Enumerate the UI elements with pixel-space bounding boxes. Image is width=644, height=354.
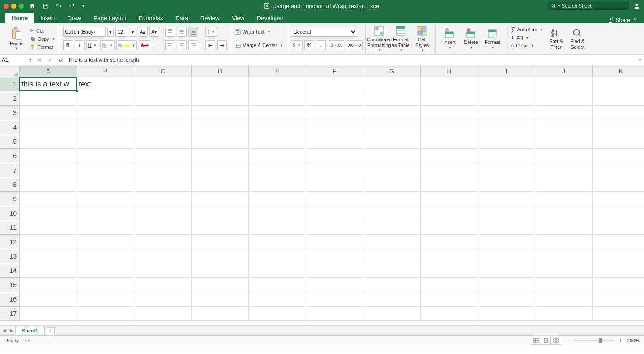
cell-G7[interactable]: [363, 163, 421, 177]
cell-B13[interactable]: [77, 249, 134, 263]
col-header-C[interactable]: C: [134, 65, 192, 77]
save-icon[interactable]: [43, 3, 48, 9]
cell-I17[interactable]: [478, 307, 535, 321]
font-name-dd[interactable]: ▾: [107, 27, 114, 37]
cell-A16[interactable]: [20, 292, 77, 307]
row-header-6[interactable]: 6: [0, 149, 20, 163]
italic-button[interactable]: I: [75, 40, 85, 50]
cell-E11[interactable]: [249, 220, 306, 235]
cell-B17[interactable]: [77, 307, 134, 321]
cell-K6[interactable]: [593, 149, 644, 163]
cell-C11[interactable]: [134, 220, 192, 235]
cell-D9[interactable]: [192, 192, 249, 206]
underline-button[interactable]: U▼: [86, 40, 99, 50]
col-header-A[interactable]: A: [20, 65, 77, 77]
cell-A3[interactable]: [20, 106, 77, 120]
cell-J14[interactable]: [535, 263, 593, 278]
cell-J16[interactable]: [535, 292, 593, 307]
sheet-nav-next-icon[interactable]: ▶: [10, 328, 13, 333]
autosum-button[interactable]: ∑AutoSum▼: [509, 25, 545, 34]
row-header-1[interactable]: 1: [0, 77, 20, 91]
name-box-stepper[interactable]: ▲▼: [27, 57, 34, 63]
cell-B1[interactable]: text: [77, 77, 134, 91]
cell-J2[interactable]: [535, 91, 593, 106]
cell-H17[interactable]: [421, 307, 478, 321]
cell-J3[interactable]: [535, 106, 593, 120]
cell-A1[interactable]: this is a text w: [20, 77, 77, 91]
row-header-3[interactable]: 3: [0, 106, 20, 120]
cell-C16[interactable]: [134, 292, 192, 307]
cell-F12[interactable]: [306, 235, 363, 249]
cell-H14[interactable]: [421, 263, 478, 278]
cell-K4[interactable]: [593, 120, 644, 134]
tab-insert[interactable]: Insert: [34, 13, 61, 23]
cell-I2[interactable]: [478, 91, 535, 106]
font-size-dd[interactable]: ▾: [130, 27, 136, 37]
align-middle-button[interactable]: [177, 27, 187, 37]
find-select-button[interactable]: Find & Select: [567, 25, 588, 53]
redo-icon[interactable]: [69, 3, 75, 9]
user-icon[interactable]: [633, 2, 640, 9]
view-page-layout-button[interactable]: [541, 337, 551, 344]
cell-H7[interactable]: [421, 163, 478, 177]
zoom-out-button[interactable]: −: [566, 337, 569, 344]
cell-H10[interactable]: [421, 206, 478, 220]
select-all-corner[interactable]: [0, 65, 20, 77]
align-right-button[interactable]: [188, 40, 198, 50]
cell-F11[interactable]: [306, 220, 363, 235]
cell-F10[interactable]: [306, 206, 363, 220]
cell-F6[interactable]: [306, 149, 363, 163]
cell-C12[interactable]: [134, 235, 192, 249]
cell-styles-button[interactable]: Cell Styles▼: [411, 25, 433, 53]
cell-E5[interactable]: [249, 134, 306, 149]
cell-E2[interactable]: [249, 91, 306, 106]
cell-G1[interactable]: [363, 77, 421, 91]
cell-E12[interactable]: [249, 235, 306, 249]
collapse-ribbon-icon[interactable]: ^: [634, 17, 636, 23]
tab-home[interactable]: Home: [5, 13, 34, 23]
cell-I6[interactable]: [478, 149, 535, 163]
cell-H2[interactable]: [421, 91, 478, 106]
cancel-formula-icon[interactable]: ✕: [34, 57, 45, 63]
number-format-select[interactable]: General: [291, 27, 357, 37]
row-header-13[interactable]: 13: [0, 249, 20, 263]
cell-K5[interactable]: [593, 134, 644, 149]
row-header-12[interactable]: 12: [0, 235, 20, 249]
row-header-17[interactable]: 17: [0, 307, 20, 321]
align-left-button[interactable]: [165, 40, 175, 50]
row-header-7[interactable]: 7: [0, 163, 20, 177]
cell-D17[interactable]: [192, 307, 249, 321]
cell-D6[interactable]: [192, 149, 249, 163]
cell-J12[interactable]: [535, 235, 593, 249]
clear-button[interactable]: ◇Clear▼: [509, 42, 545, 49]
tab-developer[interactable]: Developer: [251, 13, 290, 23]
col-header-I[interactable]: I: [478, 65, 535, 77]
cell-K3[interactable]: [593, 106, 644, 120]
cell-F17[interactable]: [306, 307, 363, 321]
cell-H6[interactable]: [421, 149, 478, 163]
cell-B2[interactable]: [77, 91, 134, 106]
conditional-formatting-button[interactable]: Conditional Formatting▼: [368, 25, 390, 53]
cell-G3[interactable]: [363, 106, 421, 120]
row-header-14[interactable]: 14: [0, 263, 20, 278]
search-sheet-input[interactable]: ▾ Search Sheet: [548, 2, 629, 10]
cell-H12[interactable]: [421, 235, 478, 249]
col-header-K[interactable]: K: [593, 65, 644, 77]
cell-C8[interactable]: [134, 177, 192, 192]
decrease-indent-button[interactable]: ⇤: [205, 40, 215, 50]
cell-H15[interactable]: [421, 278, 478, 292]
cell-G9[interactable]: [363, 192, 421, 206]
fill-color-button[interactable]: ▼: [116, 40, 137, 50]
cell-K10[interactable]: [593, 206, 644, 220]
tab-formulas[interactable]: Formulas: [132, 13, 169, 23]
cell-J11[interactable]: [535, 220, 593, 235]
cell-I7[interactable]: [478, 163, 535, 177]
cell-H8[interactable]: [421, 177, 478, 192]
zoom-level[interactable]: 200%: [627, 338, 640, 343]
cell-J5[interactable]: [535, 134, 593, 149]
sort-filter-button[interactable]: AZ Sort & Filter: [545, 25, 567, 53]
cell-H5[interactable]: [421, 134, 478, 149]
cell-D10[interactable]: [192, 206, 249, 220]
tab-data[interactable]: Data: [169, 13, 194, 23]
cell-D13[interactable]: [192, 249, 249, 263]
